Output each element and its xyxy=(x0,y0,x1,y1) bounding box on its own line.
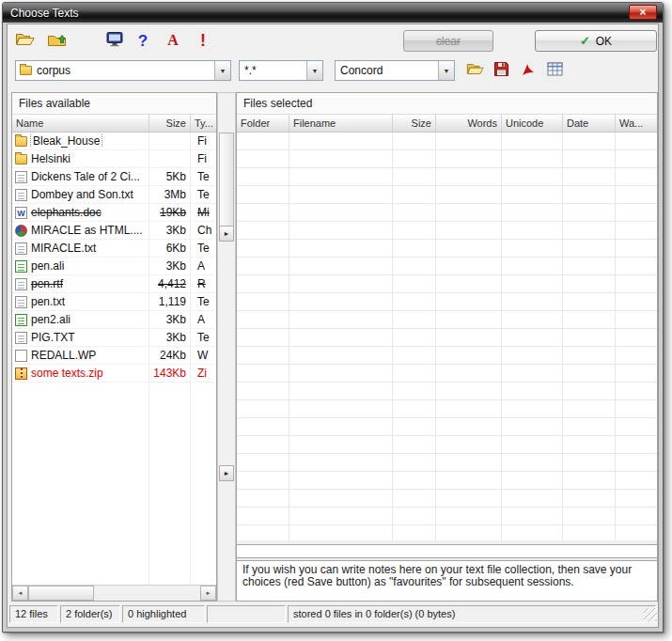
pdf-button[interactable] xyxy=(516,59,540,82)
grid-line xyxy=(289,133,289,540)
scrollbar-thumb[interactable] xyxy=(28,586,94,601)
file-name-cell: PIG.TXT xyxy=(12,331,149,344)
chevron-down-icon[interactable]: ▼ xyxy=(306,61,322,80)
arrow-right-icon: ► xyxy=(224,230,230,237)
file-type: A xyxy=(191,259,216,273)
file-type: Fi xyxy=(191,134,216,148)
dialog-client-area: ? A ! clear ✓ OK corpus ▼ *.* ▼ Concord … xyxy=(7,23,659,628)
column-header-size[interactable]: Size xyxy=(149,115,191,132)
files-available-list: Bleak_House Fi Helsinki Fi Dickens Tale … xyxy=(12,133,216,585)
file-row[interactable]: pen.txt 1,119 Te xyxy=(12,293,216,311)
file-name: Bleak_House xyxy=(31,134,102,148)
chevron-down-icon[interactable]: ▼ xyxy=(438,61,454,80)
file-icon xyxy=(15,332,27,344)
scrollbar-track[interactable] xyxy=(28,586,200,601)
file-size: 6Kb xyxy=(149,242,191,255)
font-button[interactable]: A xyxy=(160,27,186,54)
files-selected-grid[interactable] xyxy=(237,133,657,540)
file-row[interactable]: MIRACLE.txt 6Kb Te xyxy=(12,240,216,258)
resize-grip[interactable] xyxy=(644,608,657,621)
monitor-icon xyxy=(106,31,124,50)
folder-up-button[interactable] xyxy=(43,27,70,54)
vertical-scrollbar[interactable]: ► ► xyxy=(217,92,236,602)
file-name: pen2.ali xyxy=(31,313,70,326)
column-header-size[interactable]: Size xyxy=(393,115,436,132)
move-to-selected-button[interactable]: ► xyxy=(219,226,234,242)
folder-combobox[interactable]: corpus ▼ xyxy=(15,60,231,81)
notes-title-input[interactable] xyxy=(237,544,657,558)
column-header-folder[interactable]: Folder xyxy=(237,115,289,132)
move-to-selected-button[interactable]: ► xyxy=(219,465,234,481)
browse-folder-button[interactable] xyxy=(462,59,487,82)
acrobat-icon xyxy=(521,62,536,80)
column-header-date[interactable]: Date xyxy=(563,115,616,132)
file-icon xyxy=(15,189,27,201)
help-icon: ? xyxy=(138,33,148,49)
file-row[interactable]: pen2.ali 3Kb A xyxy=(12,311,216,329)
file-size: 3Kb xyxy=(149,313,191,326)
horizontal-scrollbar[interactable]: ◄ ► xyxy=(12,585,216,601)
scroll-left-button[interactable]: ◄ xyxy=(12,586,28,601)
choose-texts-window: Choose Texts × ? xyxy=(2,2,664,633)
file-row[interactable]: Helsinki Fi xyxy=(12,150,216,168)
file-name: pen.txt xyxy=(31,295,65,308)
column-header-name[interactable]: Name xyxy=(12,115,149,132)
close-button[interactable]: × xyxy=(629,5,657,20)
folder-up-icon xyxy=(47,32,67,50)
notes-textarea[interactable]: If you wish you can write notes here on … xyxy=(237,560,657,601)
column-header-type[interactable]: Ty... xyxy=(191,115,216,132)
file-name: REDALL.WP xyxy=(31,349,96,362)
scroll-right-button[interactable]: ► xyxy=(200,586,216,601)
window-title: Choose Texts xyxy=(10,7,79,20)
file-name-cell: pen.rtf xyxy=(12,277,149,290)
grid-line xyxy=(562,133,563,540)
chevron-down-icon[interactable]: ▼ xyxy=(214,61,230,80)
file-pattern-combobox[interactable]: *.* ▼ xyxy=(239,60,323,81)
file-size: 1,119 xyxy=(149,295,191,308)
file-row[interactable]: some texts.zip 143Kb Zi xyxy=(12,365,216,383)
exclamation-icon: ! xyxy=(200,32,206,49)
file-row[interactable]: Bleak_House Fi xyxy=(12,133,216,150)
file-name-cell: pen.txt xyxy=(12,295,149,308)
open-folder-button[interactable] xyxy=(11,27,38,54)
folder-combobox-value: corpus xyxy=(32,64,214,77)
file-name-cell: Bleak_House xyxy=(12,134,149,148)
table-view-button[interactable] xyxy=(542,59,567,82)
column-header-wait[interactable]: Wa... xyxy=(616,115,657,132)
file-type: Te xyxy=(191,331,216,344)
file-size: 4,412 xyxy=(149,277,191,290)
file-row[interactable]: elephants.doc 19Kb Mi xyxy=(12,204,216,222)
clear-button[interactable]: clear xyxy=(403,30,493,52)
file-row[interactable]: PIG.TXT 3Kb Te xyxy=(12,329,216,347)
ok-button[interactable]: ✓ OK xyxy=(535,30,657,52)
file-row[interactable]: Dickens Tale of 2 Ci... 5Kb Te xyxy=(12,168,216,186)
status-folders-count: 2 folder(s) xyxy=(60,605,120,623)
status-stored-summary: stored 0 files in 0 folder(s) (0 bytes) xyxy=(288,605,656,623)
column-header-filename[interactable]: Filename xyxy=(289,115,393,132)
help-button[interactable]: ? xyxy=(130,27,156,54)
file-row[interactable]: pen.ali 3Kb A xyxy=(12,258,216,275)
folder-icon xyxy=(20,66,32,75)
column-header-unicode[interactable]: Unicode xyxy=(502,115,563,132)
file-name-cell: pen2.ali xyxy=(12,313,149,326)
save-favourites-button[interactable] xyxy=(489,59,513,82)
tool-combobox[interactable]: Concord ▼ xyxy=(335,60,455,81)
ok-button-label: OK xyxy=(596,35,612,48)
file-size: 3Kb xyxy=(149,331,191,344)
view-button[interactable] xyxy=(102,27,128,54)
file-row[interactable]: Dombey and Son.txt 3Mb Te xyxy=(12,186,216,204)
column-header-words[interactable]: Words xyxy=(436,115,502,132)
open-folder-icon xyxy=(15,32,35,50)
file-size: 3Mb xyxy=(149,188,191,201)
file-row[interactable]: REDALL.WP 24Kb W xyxy=(12,347,216,365)
file-row[interactable]: pen.rtf 4,412 R xyxy=(12,275,216,293)
file-row[interactable]: MIRACLE as HTML.... 3Kb Ch xyxy=(12,222,216,240)
file-icon xyxy=(15,136,27,147)
file-name-cell: MIRACLE.txt xyxy=(12,242,149,255)
scrollbar-thumb[interactable] xyxy=(219,133,234,227)
file-name: some texts.zip xyxy=(31,367,103,380)
file-type: Fi xyxy=(191,152,216,165)
title-bar[interactable]: Choose Texts xyxy=(3,3,663,23)
grid-line xyxy=(501,133,502,540)
alert-button[interactable]: ! xyxy=(190,27,216,54)
